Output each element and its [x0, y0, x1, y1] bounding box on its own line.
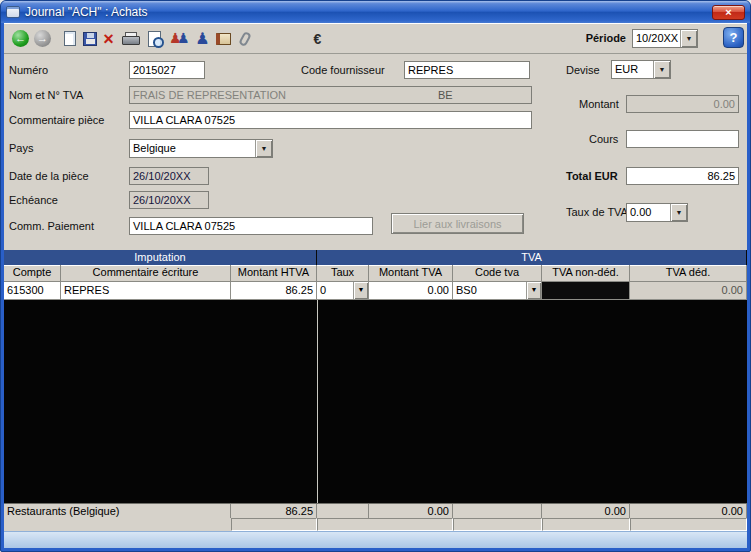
total-eur-field[interactable]: 86.25 — [626, 167, 739, 185]
lines-grid: Imputation TVA Compte Commentaire écritu… — [4, 250, 747, 531]
devise-label: Devise — [566, 64, 600, 76]
user-button[interactable]: ♟ — [191, 27, 214, 50]
cell-tva-non-ded[interactable] — [542, 282, 630, 300]
footer2-box — [317, 518, 453, 531]
footer-account-label: Restaurants (Belgique) — [4, 504, 231, 518]
currency-button[interactable]: € — [306, 27, 329, 50]
comm-paiement-label: Comm. Paiement — [9, 220, 94, 232]
code-fournisseur-field[interactable]: REPRES — [404, 61, 530, 79]
devise-select[interactable]: EUR ▼ — [611, 60, 671, 79]
pays-label: Pays — [9, 142, 33, 154]
footer-montant-tva: 0.00 — [369, 504, 453, 518]
titlebar: Journal "ACH" : Achats × — [1, 1, 750, 23]
table-row: 615300 REPRES 86.25 0 ▼ 0.00 BS0 ▼ 0.00 — [4, 282, 747, 300]
col-header-compte: Compte — [4, 265, 61, 282]
col-header-code-tva: Code tva — [453, 265, 542, 282]
currency-icon: € — [314, 31, 322, 47]
taux-value: 0 — [317, 282, 353, 299]
forward-icon: → — [34, 30, 51, 47]
chevron-down-icon[interactable]: ▼ — [670, 204, 687, 221]
nom-tva-country: BE — [438, 87, 453, 103]
journal-button[interactable] — [212, 27, 235, 50]
cell-compte[interactable]: 615300 — [4, 282, 61, 300]
footer-tva-non-ded: 0.00 — [542, 504, 630, 518]
grid-footer: Restaurants (Belgique) 86.25 0.00 0.00 0… — [4, 503, 747, 518]
pays-value: Belgique — [130, 140, 255, 157]
delete-button[interactable]: × — [97, 27, 120, 50]
col-header-tva-non-ded: TVA non-déd. — [542, 265, 630, 282]
footer-tva-ded: 0.00 — [630, 504, 747, 518]
echeance-label: Echéance — [9, 194, 58, 206]
back-button[interactable]: ← — [9, 27, 32, 50]
cell-taux[interactable]: 0 ▼ — [317, 282, 369, 300]
code-fournisseur-label: Code fournisseur — [301, 64, 385, 76]
total-eur-label: Total EUR — [566, 170, 618, 182]
save-icon — [83, 32, 97, 46]
chevron-down-icon[interactable]: ▼ — [526, 282, 541, 299]
chevron-down-icon[interactable]: ▼ — [353, 282, 368, 299]
tva-group-header: TVA — [317, 250, 747, 265]
imputation-group-header: Imputation — [4, 250, 317, 265]
montant-label: Montant — [579, 98, 619, 110]
window-title: Journal "ACH" : Achats — [25, 5, 707, 19]
status-bar — [4, 531, 747, 548]
cours-label: Cours — [589, 133, 618, 145]
contacts-icon: ♟♟ — [169, 30, 188, 47]
lier-aux-livraisons-button[interactable]: Lier aux livraisons — [391, 213, 524, 234]
taux-tva-value: 0.00 — [627, 204, 670, 221]
contacts-button[interactable]: ♟♟ — [167, 27, 190, 50]
footer-code-spacer — [453, 504, 542, 518]
footer2-spacer — [4, 518, 231, 531]
person-icon: ♟ — [177, 30, 190, 47]
col-header-montant-htva: Montant HTVA — [231, 265, 317, 282]
cell-montant-tva[interactable]: 0.00 — [369, 282, 453, 300]
cell-commentaire[interactable]: REPRES — [61, 282, 231, 300]
grid-group-header: Imputation TVA — [4, 250, 747, 265]
new-document-icon — [64, 31, 76, 46]
footer-taux-spacer — [317, 504, 369, 518]
chevron-down-icon[interactable]: ▼ — [255, 140, 272, 157]
nom-tva-value: FRAIS DE REPRESENTATION — [133, 89, 286, 101]
toolbar: ← → × ♟♟ ♟ € Période 10/20XX ▼ ? — [4, 23, 747, 54]
chevron-down-icon[interactable]: ▼ — [680, 30, 697, 47]
code-tva-value: BS0 — [453, 282, 526, 299]
paperclip-icon — [238, 30, 252, 46]
attachment-button[interactable] — [233, 27, 256, 50]
grid-empty-area[interactable] — [4, 300, 747, 503]
preview-icon — [148, 31, 163, 47]
taux-tva-select[interactable]: 0.00 ▼ — [626, 203, 688, 222]
grid-footer-secondary — [4, 518, 747, 531]
app-icon — [6, 6, 20, 18]
help-button[interactable]: ? — [723, 27, 744, 48]
back-icon: ← — [12, 30, 29, 47]
commentaire-piece-field[interactable]: VILLA CLARA 07525 — [129, 111, 532, 129]
user-icon: ♟ — [195, 30, 209, 48]
periode-label: Période — [586, 32, 626, 44]
date-piece-field[interactable]: 26/10/20XX — [129, 167, 209, 185]
comm-paiement-field[interactable]: VILLA CLARA 07525 — [129, 217, 373, 235]
date-piece-label: Date de la pièce — [9, 170, 89, 182]
cell-montant-htva[interactable]: 86.25 — [231, 282, 317, 300]
chevron-down-icon[interactable]: ▼ — [653, 61, 670, 78]
periode-select[interactable]: 10/20XX ▼ — [632, 29, 698, 48]
nom-tva-label: Nom et N° TVA — [9, 89, 83, 101]
close-button[interactable]: × — [712, 5, 745, 20]
montant-field: 0.00 — [626, 95, 739, 113]
commentaire-piece-label: Commentaire pièce — [9, 114, 104, 126]
footer2-box — [231, 518, 317, 531]
numero-field[interactable]: 2015027 — [129, 61, 205, 79]
cell-code-tva[interactable]: BS0 ▼ — [453, 282, 542, 300]
nom-tva-field: FRAIS DE REPRESENTATION BE — [129, 86, 532, 104]
numero-label: Numéro — [9, 64, 48, 76]
cours-field[interactable] — [626, 130, 739, 148]
col-header-taux: Taux — [317, 265, 369, 282]
print-button[interactable] — [118, 27, 141, 50]
pays-select[interactable]: Belgique ▼ — [129, 139, 273, 158]
preview-button[interactable] — [144, 27, 167, 50]
forward-button[interactable]: → — [31, 27, 54, 50]
echeance-field[interactable]: 26/10/20XX — [129, 191, 209, 209]
col-header-tva-ded: TVA déd. — [630, 265, 747, 282]
footer2-box — [630, 518, 747, 531]
devise-value: EUR — [612, 61, 653, 78]
app-window: Journal "ACH" : Achats × ← → × ♟♟ ♟ € Pé… — [0, 0, 751, 552]
